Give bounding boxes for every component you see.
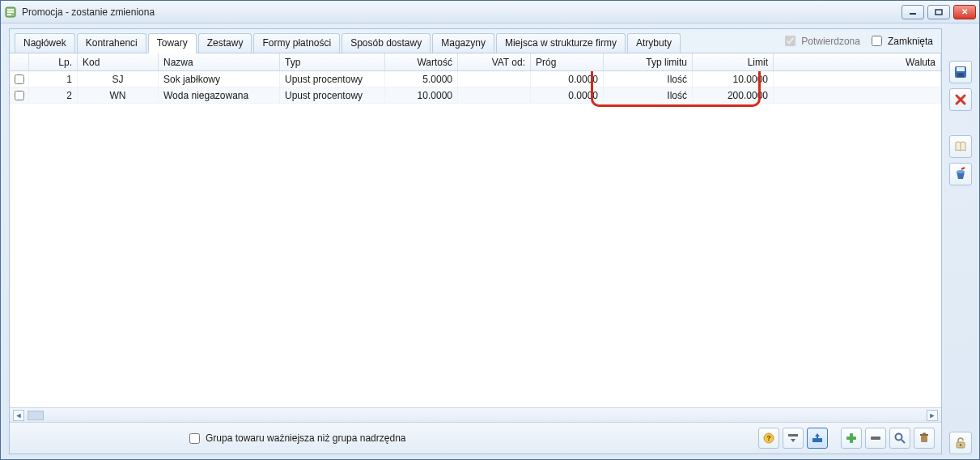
search-button[interactable] [889,428,910,449]
tab-towary[interactable]: Towary [148,33,197,53]
search-icon [893,432,906,445]
col-wartosc[interactable]: Wartość [385,53,458,70]
svg-rect-21 [957,67,965,71]
svg-rect-22 [957,73,964,77]
grid-header: Lp. Kod Nazwa Typ Wartość VAT od: Próg T… [10,53,941,71]
svg-rect-17 [921,436,927,442]
app-window: Promocja - zostanie zmieniona ✕ Nagłówek… [0,0,980,460]
remove-icon [869,432,882,445]
help-button[interactable]: ? [758,428,779,449]
export-icon [811,432,824,445]
cell-typ-limitu: Ilość [604,71,693,87]
row-checkbox[interactable] [10,87,29,103]
cell-waluta [774,87,941,103]
tab-magazyny[interactable]: Magazyny [432,33,494,53]
cell-typ: Upust procentowy [280,87,385,103]
closed-label: Zamknięta [888,36,933,47]
save-icon [953,65,968,79]
remove-button[interactable] [865,428,886,449]
cell-lp: 1 [29,71,78,87]
tab-miejsca[interactable]: Miejsca w strukturze firmy [496,33,626,53]
row-checkbox[interactable] [10,71,29,87]
tab-atrybuty[interactable]: Atrybuty [627,33,681,53]
grid: Lp. Kod Nazwa Typ Wartość VAT od: Próg T… [10,53,941,454]
cell-typ: Upust procentowy [280,71,385,87]
col-lp[interactable]: Lp. [29,53,78,70]
tab-sposob-dostawy[interactable]: Sposób dostawy [342,33,431,53]
cell-limit: 200.0000 [693,87,774,103]
cell-prog: 0.0000 [531,71,604,87]
help-icon: ? [762,432,775,445]
col-limit[interactable]: Limit [693,53,774,70]
svg-point-28 [960,444,961,445]
horizontal-scrollbar[interactable]: ◄ ► [10,407,941,422]
scroll-left-icon[interactable]: ◄ [13,410,24,421]
col-nazwa[interactable]: Nazwa [159,53,280,70]
svg-point-15 [896,434,902,441]
svg-point-26 [957,170,965,173]
scroll-right-icon[interactable]: ► [927,410,938,421]
svg-rect-5 [935,10,942,15]
window-title: Promocja - zostanie zmieniona [22,6,902,18]
main-panel: Nagłówek Kontrahenci Towary Zestawy Form… [9,28,942,454]
closed-checkbox[interactable]: Zamknięta [868,33,933,49]
svg-rect-8 [788,434,798,437]
col-typ[interactable]: Typ [280,53,385,70]
svg-rect-13 [846,437,856,440]
table-row[interactable]: 1 SJ Sok jabłkowy Upust procentowy 5.000… [10,71,941,87]
cell-vatod [458,87,531,103]
lock-button[interactable] [949,432,972,454]
cell-lp: 2 [29,87,78,103]
options-icon [787,432,800,445]
cell-wartosc: 5.0000 [385,71,458,87]
scroll-thumb[interactable] [28,411,44,420]
cell-kod: WN [78,87,159,103]
tab-kontrahenci[interactable]: Kontrahenci [77,33,146,53]
footer-bar: Grupa towaru ważniejsza niż grupa nadrzę… [10,422,941,454]
app-icon [4,6,17,19]
svg-rect-14 [871,437,880,440]
maximize-button[interactable] [927,5,950,19]
cell-typ-limitu: Ilość [604,87,693,103]
grid-body: 1 SJ Sok jabłkowy Upust procentowy 5.000… [10,71,941,407]
trash-icon [918,432,931,445]
export-button[interactable] [807,428,828,449]
col-typ-limitu[interactable]: Typ limitu [604,53,693,70]
side-toolbar [947,28,974,454]
book-icon [953,139,968,154]
svg-rect-2 [7,11,14,13]
bucket-icon [953,167,968,181]
tab-naglowek[interactable]: Nagłówek [15,33,75,53]
cell-waluta [774,71,941,87]
add-button[interactable] [841,428,862,449]
svg-line-16 [902,440,905,443]
tab-formy-platnosci[interactable]: Formy płatności [253,33,340,53]
cell-limit: 10.0000 [693,71,774,87]
tab-zestawy[interactable]: Zestawy [198,33,252,53]
lock-open-icon [953,436,968,450]
col-waluta[interactable]: Waluta [774,53,941,70]
book-button[interactable] [949,135,972,158]
svg-marker-11 [815,433,820,439]
table-row[interactable]: 2 WN Woda niegazowana Upust procentowy 1… [10,87,941,104]
bucket-button[interactable] [949,163,972,185]
svg-text:?: ? [766,434,771,442]
close-button[interactable]: ✕ [953,5,976,19]
col-vatod[interactable]: VAT od: [458,53,531,70]
svg-rect-19 [923,433,926,435]
col-kod[interactable]: Kod [78,53,159,70]
group-priority-checkbox[interactable]: Grupa towaru ważniejsza niż grupa nadrzę… [186,431,405,446]
minimize-button[interactable] [902,5,924,19]
col-checkbox [10,53,29,70]
add-icon [845,432,858,445]
save-button[interactable] [949,61,972,83]
col-prog[interactable]: Próg [531,53,604,70]
confirmed-label: Potwierdzona [801,36,860,47]
delete-icon [953,92,968,107]
delete-button[interactable] [949,88,972,111]
cell-kod: SJ [78,71,159,87]
options-button[interactable] [783,428,804,449]
trash-button[interactable] [914,428,935,449]
tabs-bar: Nagłówek Kontrahenci Towary Zestawy Form… [10,29,941,53]
svg-marker-9 [791,439,795,442]
